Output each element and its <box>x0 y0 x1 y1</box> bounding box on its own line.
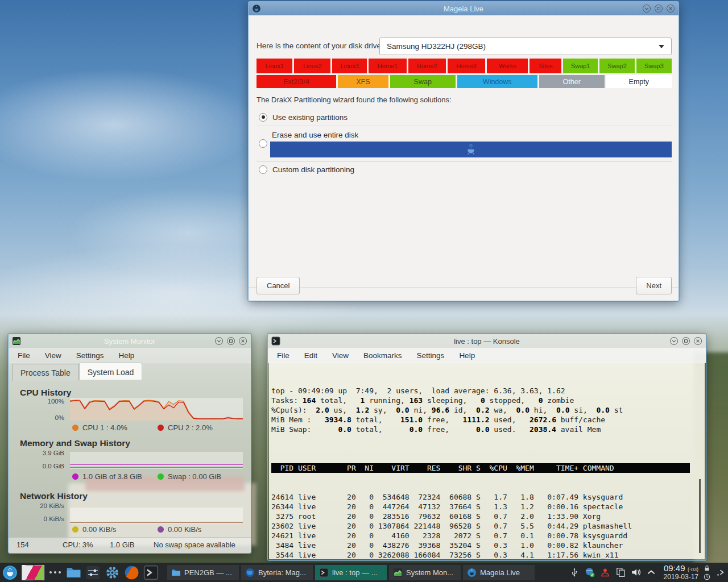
radio-button[interactable] <box>259 113 267 122</box>
axis-label: 100% <box>9 398 64 405</box>
legend-item: CPU 1 : 4.0% <box>72 423 158 432</box>
menu-item-settings[interactable]: Settings <box>417 351 445 360</box>
window-controls <box>669 336 702 346</box>
task-button[interactable]: System Mon... <box>389 565 461 580</box>
clipboard-icon[interactable] <box>615 567 626 577</box>
terminal-scrollbar[interactable] <box>699 479 701 553</box>
close-button[interactable] <box>238 336 247 346</box>
desktop-background: Mageia Live Here is the content of your … <box>0 0 728 582</box>
disk-drive-select[interactable]: Samsung HD322HJ (298GB) <box>379 38 672 55</box>
user-session-icon[interactable] <box>600 567 610 577</box>
axis-label: 0% <box>9 414 64 421</box>
cancel-button[interactable]: Cancel <box>257 277 300 294</box>
legend-item: 1.0 GiB of 3.8 GiB <box>72 472 158 481</box>
clock-time: 09:49 <box>664 563 685 573</box>
application-launcher-button[interactable] <box>2 565 18 580</box>
usb-device-icon[interactable] <box>569 567 580 577</box>
maximize-button[interactable] <box>681 336 690 346</box>
radio-button[interactable] <box>259 165 267 174</box>
legend-label: Swap : 0.00 GiB <box>168 472 221 481</box>
graph-legend: 0.00 KiB/s0.00 KiB/s <box>72 525 201 534</box>
menu-item-view[interactable]: View <box>45 351 61 360</box>
close-button[interactable] <box>666 4 675 13</box>
konsole-window: live : top — Konsole FileEditViewBookmar… <box>267 334 706 561</box>
legend-item: 0.00 KiB/s <box>158 525 201 534</box>
axis-label: 3.9 GiB <box>9 450 64 456</box>
selected-disk-value: Samsung HD322HJ (298GB) <box>387 42 486 51</box>
next-button[interactable]: Next <box>636 277 672 294</box>
panel-expander[interactable] <box>715 567 726 577</box>
process-row: 23602 live 20 0 1307864 221448 96528 S 0… <box>271 521 705 531</box>
terminal-area[interactable]: top - 09:49:09 up 7:49, 2 users, load av… <box>269 363 705 559</box>
menu-item-bookmarks[interactable]: Bookmarks <box>363 351 402 360</box>
process-row: 3544 live 20 0 3262088 166084 73256 S 0.… <box>271 550 705 559</box>
filesystem-legend-item: Empty <box>606 75 672 88</box>
file-manager-launcher[interactable] <box>66 565 81 580</box>
partition-bar: Linux1Linux2Linux3Home1Home2Home3WorksSi… <box>257 59 672 73</box>
axis-label: 0.0 GiB <box>9 463 64 469</box>
filesystem-legend-item: XFS <box>338 75 388 88</box>
menu-item-file[interactable]: File <box>18 351 30 360</box>
volume-icon[interactable] <box>631 567 641 577</box>
task-button[interactable]: Mageia Live <box>463 565 535 580</box>
maximize-button[interactable] <box>226 336 235 346</box>
task-button[interactable]: live : top — ... <box>315 565 387 580</box>
section-title: CPU History <box>20 388 71 398</box>
partition-wizard-panel: Here is the content of your disk drive S… <box>249 15 679 301</box>
firefox-launcher[interactable] <box>124 565 139 580</box>
settings-sliders-launcher[interactable] <box>85 565 101 580</box>
mageia-icon <box>467 568 477 577</box>
menu-item-file[interactable]: File <box>277 351 289 360</box>
minimize-button[interactable] <box>669 336 679 346</box>
menu-item-view[interactable]: View <box>332 351 349 360</box>
cpu-usage: CPU: 3% <box>63 541 93 549</box>
option-use-existing-partitions[interactable]: Use existing partitions <box>259 111 348 123</box>
option-custom-partitioning[interactable]: Custom disk partitioning <box>259 163 354 176</box>
maximize-button[interactable] <box>654 4 663 13</box>
swap-status: No swap space available <box>154 541 235 549</box>
network-status-icon[interactable] <box>585 567 595 577</box>
window-controls <box>642 4 675 13</box>
section-title: Network History <box>20 491 88 501</box>
partition-segment: Linux3 <box>332 59 367 73</box>
menu-item-edit[interactable]: Edit <box>304 351 317 360</box>
process-row: 26344 live 20 0 447264 47132 37664 S 1.3… <box>271 502 705 512</box>
menu-item-help[interactable]: Help <box>459 351 475 360</box>
konsole-launcher[interactable] <box>143 565 159 580</box>
panel-overflow-icon[interactable] <box>54 571 56 573</box>
legend-label: 0.00 KiB/s <box>168 525 201 534</box>
window-title: Mageia Live <box>283 5 644 13</box>
top-summary-line: MiB Swap: 0.0 total, 0.0 free, 0.0 used.… <box>271 425 705 434</box>
close-button[interactable] <box>693 336 702 346</box>
option-label: Use existing partitions <box>272 113 348 122</box>
minimize-button[interactable] <box>214 336 224 346</box>
process-table: 24614 live 20 0 534648 72324 60688 S 1.7… <box>271 492 705 559</box>
tab-process-table[interactable]: Process Table <box>12 364 79 381</box>
partition-segment: Swap3 <box>636 59 672 73</box>
window-title: System Monitor <box>43 337 217 346</box>
sysmon-icon <box>393 568 403 577</box>
minimize-button[interactable] <box>642 4 651 13</box>
process-row: 24621 live 20 0 4160 2328 2072 S 0.7 0.1… <box>271 531 705 541</box>
desktop-pager[interactable] <box>22 565 44 580</box>
tray-expander-icon[interactable] <box>646 567 656 577</box>
task-button[interactable]: PEN2GB — ... <box>167 565 239 580</box>
window-titlebar[interactable]: System Monitor <box>9 334 251 348</box>
graph-legend: 1.0 GiB of 3.8 GiBSwap : 0.00 GiB <box>72 472 221 481</box>
partition-segment: Home3 <box>448 59 485 73</box>
menu-item-help[interactable]: Help <box>119 351 135 360</box>
disk-content-label: Here is the content of your disk drive <box>257 41 381 50</box>
digital-clock[interactable]: 09:49 (-03) 2019-03-17 <box>664 564 698 580</box>
graph-legend: CPU 1 : 4.0%CPU 2 : 2.0% <box>72 423 213 432</box>
legend-dot-icon <box>72 473 78 480</box>
radio-button[interactable] <box>259 139 267 148</box>
folder-icon <box>171 568 181 577</box>
task-button[interactable]: Byteria: Mag... <box>241 565 313 580</box>
tab-system-load[interactable]: System Load <box>79 363 143 380</box>
menu-item-settings[interactable]: Settings <box>76 351 104 360</box>
system-monitor-window: System Monitor FileViewSettingsHelp Proc… <box>8 334 251 554</box>
system-settings-launcher[interactable] <box>105 565 120 580</box>
window-titlebar[interactable]: live : top — Konsole <box>268 334 706 348</box>
window-titlebar[interactable]: Mageia Live <box>249 2 679 15</box>
legend-item: 0.00 KiB/s <box>72 525 158 534</box>
